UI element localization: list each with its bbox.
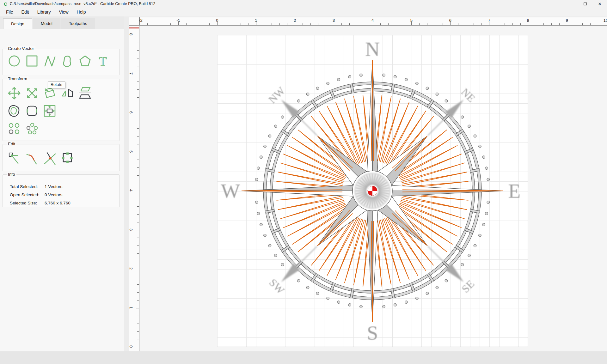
info-title: Info <box>7 172 16 177</box>
menu-view[interactable]: View <box>55 9 73 15</box>
tool-circle-icon[interactable] <box>7 54 21 68</box>
degree-dot <box>316 292 319 295</box>
ruler-tick <box>137 105 139 105</box>
tool-flip-vertical-icon[interactable] <box>78 86 92 100</box>
ruler-tick <box>136 269 139 269</box>
ruler-tick <box>567 22 567 25</box>
ruler-tick <box>137 214 139 215</box>
maximize-button[interactable] <box>578 0 592 8</box>
ruler-tick <box>241 23 241 25</box>
ruler-tick <box>481 23 482 25</box>
ruler-tick <box>137 167 139 168</box>
ruler-tick <box>272 23 272 25</box>
ruler-tick <box>217 22 218 25</box>
tool-rotate-icon[interactable] <box>43 86 57 100</box>
ruler-tick <box>137 97 139 98</box>
degree-dot <box>405 78 408 81</box>
ruler-tick <box>341 23 342 25</box>
menu-edit[interactable]: Edit <box>17 9 33 15</box>
tool-fillet-icon[interactable] <box>25 151 39 165</box>
degree-dot <box>337 78 340 81</box>
degree-dot <box>383 305 385 308</box>
ruler-left-label: 4 <box>129 189 133 191</box>
close-button[interactable]: ✕ <box>592 0 607 8</box>
degree-dot <box>348 304 351 306</box>
maximize-icon <box>584 3 587 5</box>
tool-grid-array-icon[interactable] <box>7 122 21 136</box>
ruler-tick <box>202 23 202 25</box>
degree-dot <box>394 304 396 306</box>
ruler-tick <box>137 246 139 246</box>
tab-toolpaths[interactable]: Toolpaths <box>61 18 95 29</box>
ruler-tick <box>528 22 528 25</box>
info-label: Open Selected: <box>10 192 45 197</box>
ruler-tick <box>136 35 139 35</box>
ruler-tick <box>137 27 139 27</box>
degree-dot <box>264 234 267 237</box>
degree-dot <box>474 135 476 137</box>
ruler-tick <box>357 23 357 25</box>
menu-library[interactable]: Library <box>33 9 55 15</box>
tool-curve-icon[interactable] <box>60 54 74 68</box>
ruler-tick <box>303 23 303 25</box>
tool-offset-icon[interactable] <box>7 104 21 118</box>
ruler-tick <box>137 277 139 277</box>
minimize-button[interactable] <box>563 0 578 8</box>
ruler-tick <box>318 23 318 25</box>
tool-trim-icon[interactable] <box>43 151 57 165</box>
tab-design[interactable]: Design <box>3 18 32 29</box>
tool-round-corners-icon[interactable] <box>25 104 39 118</box>
ruler-tick <box>137 43 139 43</box>
ruler-tick <box>137 206 139 207</box>
ruler-tick <box>137 160 139 160</box>
info-value: 1 Vectors <box>45 184 62 189</box>
ruler-tick <box>137 175 139 176</box>
tool-move-icon[interactable] <box>7 86 21 100</box>
title-bar: C C:/Users/willa/Downloads/compass_rose_… <box>0 0 607 8</box>
ruler-tick <box>551 23 552 25</box>
ruler-left-label: 7 <box>129 72 133 74</box>
ruler-tick <box>225 23 225 25</box>
ruler-tick <box>137 324 139 324</box>
canvas-viewport[interactable]: NESWNESESWNW <box>139 26 607 351</box>
degree-dot <box>405 301 408 304</box>
tab-model[interactable]: Model <box>33 18 60 29</box>
window-buttons: ✕ <box>563 0 607 8</box>
ruler-tick <box>582 23 583 25</box>
ruler-tick <box>256 22 256 25</box>
ruler-tick <box>466 23 466 25</box>
ruler-tick <box>474 23 474 25</box>
tool-scale-icon[interactable] <box>25 86 39 100</box>
rotate-tooltip: Rotate <box>48 82 65 88</box>
info-row: Total Selected:1 Vectors <box>10 184 114 189</box>
edit-group: Edit <box>3 144 120 171</box>
ruler-tick <box>147 23 148 25</box>
degree-dot <box>260 223 263 226</box>
menu-file[interactable]: File <box>2 9 17 15</box>
ruler-tick <box>279 23 280 25</box>
ruler-tick <box>559 23 560 25</box>
menu-help[interactable]: Help <box>73 9 90 15</box>
degree-dot <box>426 87 429 90</box>
tool-circular-array-icon[interactable] <box>25 122 39 136</box>
degree-dot <box>268 135 271 137</box>
ruler-tick <box>137 339 139 339</box>
tool-rectangle-icon[interactable] <box>25 54 39 68</box>
ruler-tick <box>373 22 373 25</box>
ruler-tick <box>443 23 443 25</box>
minimize-icon <box>569 4 573 4</box>
tool-boolean-icon[interactable] <box>60 151 74 165</box>
tool-text-icon[interactable]: T <box>96 54 110 68</box>
tool-polygon-icon[interactable] <box>78 54 92 68</box>
degree-dot <box>316 87 319 90</box>
tool-node-edit-icon[interactable] <box>7 151 21 165</box>
ruler-tick <box>155 23 155 25</box>
tool-polyline-icon[interactable] <box>43 54 57 68</box>
tool-resize-icon[interactable] <box>43 104 57 118</box>
ruler-tick <box>598 23 598 25</box>
app-window: C C:/Users/willa/Downloads/compass_rose_… <box>0 0 607 364</box>
degree-dot <box>487 201 490 204</box>
ruler-tick <box>419 23 420 25</box>
degree-dot <box>348 76 351 78</box>
tool-mirror-icon[interactable] <box>60 86 74 100</box>
